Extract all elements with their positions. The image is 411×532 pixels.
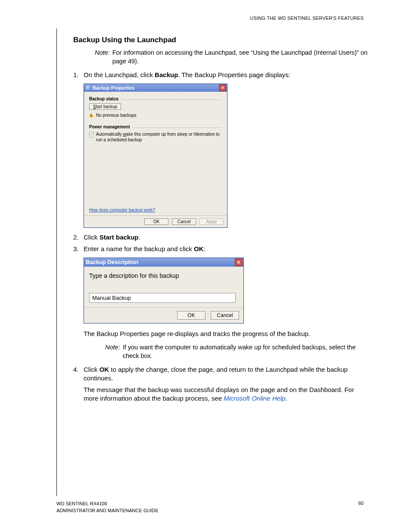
- step-1: 1. On the Launchpad, click Backup. The B…: [73, 71, 368, 79]
- auto-wake-label: Automatically wake this computer up from…: [96, 131, 222, 143]
- step-1-bold: Backup: [155, 71, 178, 78]
- page-number: 60: [358, 501, 364, 514]
- start-backup-button[interactable]: SStart backuptart backup: [89, 103, 121, 110]
- step-number: 3.: [73, 245, 84, 253]
- step-3-followup: The Backup Properties page re-displays a…: [73, 330, 368, 341]
- ok-button[interactable]: OK: [177, 311, 206, 320]
- step-2-pre: Click: [84, 233, 100, 241]
- step-number: 1.: [73, 71, 84, 79]
- step-number: 2.: [73, 233, 84, 242]
- step-4: 4. Click OK to apply the change, close t…: [73, 365, 368, 405]
- note-body: For information on accessing the Launchp…: [112, 49, 368, 65]
- step-3-post: :: [203, 245, 205, 252]
- running-header: USING THE WD SENTINEL SERVER'S FEATURES: [250, 16, 364, 21]
- app-icon: [86, 85, 91, 90]
- backup-status-label: Backup status: [89, 96, 120, 102]
- margin-rule: [56, 28, 57, 496]
- step-4-p2: The message that the backup was successf…: [84, 386, 354, 402]
- footer-line2: ADMINISTRATOR AND MAINTENANCE GUIDE: [56, 507, 159, 514]
- backup-properties-dialog: Backup Properties × Backup status SStart…: [84, 84, 227, 228]
- auto-wake-checkbox[interactable]: ✓: [89, 132, 93, 137]
- close-icon[interactable]: ×: [219, 84, 226, 91]
- warning-icon: [89, 113, 93, 117]
- description-input[interactable]: [89, 293, 236, 303]
- dialog-titlebar[interactable]: Backup Description ×: [84, 258, 243, 267]
- ok-button[interactable]: OK: [144, 218, 168, 225]
- note-body: If you want the computer to automaticall…: [123, 343, 368, 360]
- dialog-heading: Type a description for this backup: [89, 272, 238, 280]
- apply-button: Apply: [199, 218, 224, 225]
- note-2: Note: If you want the computer to automa…: [105, 343, 368, 360]
- step-4-bold: OK: [100, 366, 109, 373]
- step-1-text-post: . The Backup Properties page displays:: [178, 71, 290, 78]
- section-heading: Backup Using the Launchpad: [73, 35, 368, 45]
- step-3-bold: OK: [194, 245, 204, 252]
- cancel-button[interactable]: Cancel: [172, 218, 196, 225]
- step-1-text-pre: On the Launchpad, click: [84, 71, 155, 78]
- step-4-pre: Click: [84, 366, 100, 373]
- step-number: 4.: [73, 365, 84, 405]
- close-icon[interactable]: ×: [235, 258, 243, 266]
- step-2: 2. Click Start backup.: [73, 233, 368, 242]
- help-link[interactable]: How does computer backup work?How does c…: [89, 208, 155, 212]
- dialog-titlebar[interactable]: Backup Properties ×: [84, 84, 227, 92]
- dialog-title: Backup Description: [86, 258, 235, 266]
- step-3b-text: The Backup Properties page re-displays a…: [84, 330, 368, 338]
- dialog-title: Backup Properties: [93, 85, 219, 91]
- step-4-p2-end: .: [286, 395, 287, 402]
- power-management-label: Power management: [89, 124, 131, 130]
- step-2-post: .: [139, 233, 140, 241]
- step-3: 3. Enter a name for the backup and click…: [73, 245, 368, 253]
- step-2-bold: Start backup: [100, 233, 139, 241]
- step-4-post: to apply the change, close the page, and…: [84, 366, 348, 382]
- no-previous-backups-text: No previous backups: [96, 112, 136, 118]
- footer-line1: WD SENTINEL RX4100: [56, 501, 159, 507]
- microsoft-help-link[interactable]: Microsoft Online Help: [224, 395, 285, 402]
- cancel-button[interactable]: Cancel: [211, 311, 239, 320]
- page-footer: WD SENTINEL RX4100 ADMINISTRATOR AND MAI…: [56, 501, 364, 514]
- backup-description-dialog: Backup Description × Type a description …: [84, 258, 244, 324]
- step-3-pre: Enter a name for the backup and click: [84, 245, 194, 252]
- note-1: Note: For information on accessing the L…: [95, 49, 368, 65]
- note-label: Note:: [95, 49, 110, 65]
- note-label: Note:: [105, 343, 120, 360]
